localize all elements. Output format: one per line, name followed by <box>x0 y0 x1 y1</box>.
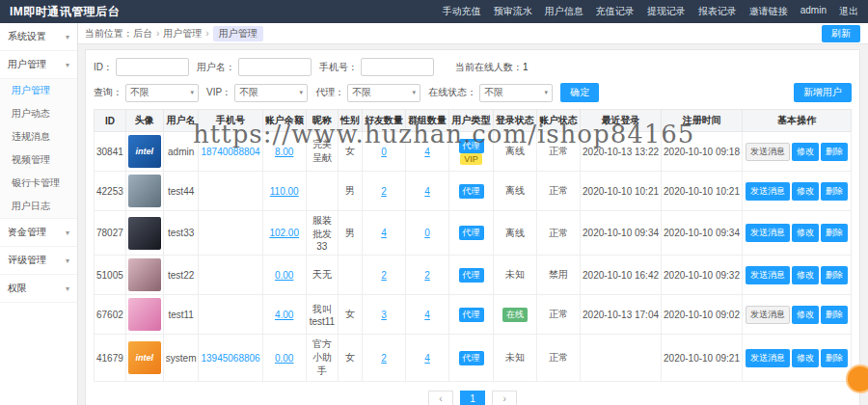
user-type-badge: 代理 <box>459 308 484 322</box>
sidebar-subitem[interactable]: 用户动态 <box>0 102 77 125</box>
table-cell: 4 <box>406 172 449 211</box>
floating-help-button[interactable] <box>846 364 868 393</box>
filter-input[interactable] <box>238 58 312 76</box>
groups-count-link[interactable]: 4 <box>424 310 430 320</box>
filter-select-value: 不限 <box>352 86 371 99</box>
send-message-button[interactable]: 发送消息 <box>746 182 790 201</box>
login-status-badge: 在线 <box>502 308 528 322</box>
table-cell: 在线 <box>494 295 537 335</box>
delete-button[interactable]: 删除 <box>821 224 848 242</box>
breadcrumb-item-current: 用户管理 <box>213 26 263 41</box>
chevron-down-icon: ▾ <box>66 229 69 237</box>
friends-count-link[interactable]: 0 <box>381 147 387 157</box>
filter-select[interactable]: 不限▾ <box>234 84 308 102</box>
table-cell: intel <box>125 335 163 382</box>
send-message-button[interactable]: 发送消息 <box>746 143 790 161</box>
balance-link[interactable]: 102.00 <box>269 228 299 238</box>
edit-button[interactable]: 修改 <box>792 306 819 324</box>
balance-link[interactable]: 4.00 <box>275 310 293 320</box>
navbar-item[interactable]: 邀请链接 <box>749 5 788 18</box>
prev-page-button[interactable]: ‹ <box>428 391 453 405</box>
balance-link[interactable]: 0.00 <box>275 270 293 281</box>
sidebar-group[interactable]: 用户管理▾ <box>0 51 77 79</box>
navbar-item[interactable]: admin <box>800 5 827 18</box>
navbar-item[interactable]: 预审流水 <box>494 5 532 18</box>
filter-input[interactable] <box>361 58 434 76</box>
sidebar-subitem[interactable]: 用户管理 <box>0 79 77 102</box>
table-cell: 2020-10-10 09:21 <box>662 335 743 382</box>
app-title: IM即时通讯管理后台 <box>10 4 120 20</box>
friends-count-link[interactable]: 2 <box>381 186 387 197</box>
online-count-label: 当前在线人数： <box>455 62 523 72</box>
table-cell <box>581 335 662 382</box>
send-message-button[interactable]: 发送消息 <box>746 266 790 284</box>
sidebar-group[interactable]: 系统设置▾ <box>0 23 77 51</box>
user-avatar: intel <box>128 341 161 374</box>
sidebar-subitem[interactable]: 违规消息 <box>0 125 77 148</box>
navbar-item[interactable]: 退出 <box>839 5 858 18</box>
filter-select[interactable]: 不限▾ <box>125 84 199 102</box>
edit-button[interactable]: 修改 <box>792 182 819 201</box>
sidebar-subitem[interactable]: 用户日志 <box>0 195 77 218</box>
navbar-item[interactable]: 用户信息 <box>545 5 583 18</box>
user-avatar: intel <box>128 135 161 168</box>
friends-count-link[interactable]: 2 <box>381 353 387 364</box>
table-cell: 110.00 <box>262 172 306 211</box>
filter-select[interactable]: 不限▾ <box>347 84 420 102</box>
sidebar-group[interactable]: 评级管理▾ <box>0 247 77 275</box>
edit-button[interactable]: 修改 <box>792 224 819 242</box>
edit-button[interactable]: 修改 <box>792 266 819 284</box>
send-message-button[interactable]: 发送消息 <box>746 224 790 242</box>
friends-count-link[interactable]: 3 <box>381 310 387 320</box>
sidebar-group[interactable]: 资金管理▾ <box>0 219 77 247</box>
balance-link[interactable]: 110.00 <box>270 186 299 197</box>
filter-select[interactable]: 不限▾ <box>479 84 553 102</box>
table-cell: 4 <box>406 295 449 335</box>
delete-button[interactable]: 删除 <box>821 306 848 324</box>
send-message-button[interactable]: 发送消息 <box>746 349 790 367</box>
page-1-button[interactable]: 1 <box>460 391 485 405</box>
column-header: 注册时间 <box>662 110 743 132</box>
table-row: 67602test114.00我叫test11女34代理在线正常2020-10-… <box>95 295 852 335</box>
delete-button[interactable]: 删除 <box>821 182 848 201</box>
friends-count-link[interactable]: 4 <box>381 228 387 238</box>
groups-count-link[interactable]: 4 <box>424 353 430 364</box>
groups-count-link[interactable]: 2 <box>424 270 430 281</box>
sidebar-group[interactable]: 权限▾ <box>0 275 77 303</box>
user-table: ID头像用户名手机号账户余额昵称性别好友数量群组数量用户类型登录状态账户状态最近… <box>94 109 852 382</box>
groups-count-link[interactable]: 4 <box>424 186 430 197</box>
user-type-badge: 代理 <box>459 139 484 153</box>
filter-select-value: 不限 <box>484 86 503 99</box>
filter-field: 手机号： <box>319 58 434 76</box>
navbar-item[interactable]: 手动充值 <box>443 5 481 18</box>
table-row: 78027test33102.00服装批发33男40代理离线正常2020-10-… <box>95 211 852 256</box>
edit-button[interactable]: 修改 <box>792 143 819 161</box>
phone-link[interactable]: 18740088804 <box>201 147 259 157</box>
delete-button[interactable]: 删除 <box>821 266 848 284</box>
refresh-button[interactable]: 刷新 <box>822 25 860 42</box>
search-submit-button[interactable]: 确定 <box>560 83 599 102</box>
groups-count-link[interactable]: 4 <box>424 147 430 157</box>
navbar-item[interactable]: 充值记录 <box>596 5 635 18</box>
send-message-button[interactable]: 发送消息 <box>746 306 790 324</box>
sidebar-subitem[interactable]: 视频管理 <box>0 148 77 172</box>
table-cell: 天无 <box>306 256 338 295</box>
friends-count-link[interactable]: 2 <box>381 270 387 281</box>
groups-count-link[interactable]: 0 <box>424 228 430 238</box>
delete-button[interactable]: 删除 <box>821 143 848 161</box>
delete-button[interactable]: 删除 <box>821 349 848 367</box>
table-cell: 正常 <box>537 211 581 256</box>
navbar-item[interactable]: 提现记录 <box>647 5 686 18</box>
navbar-item[interactable]: 报表记录 <box>698 5 737 18</box>
table-cell <box>306 172 338 211</box>
next-page-button[interactable]: › <box>492 391 517 405</box>
balance-link[interactable]: 8.00 <box>275 147 293 157</box>
balance-link[interactable]: 0.00 <box>275 353 293 364</box>
table-cell: 0 <box>363 132 406 172</box>
add-user-button[interactable]: 新增用户 <box>794 83 852 102</box>
filter-input[interactable] <box>116 58 189 76</box>
sidebar-subitem[interactable]: 银行卡管理 <box>0 172 77 195</box>
edit-button[interactable]: 修改 <box>792 349 819 367</box>
phone-link[interactable]: 13945068806 <box>201 353 259 364</box>
table-cell: 代理 <box>449 256 494 295</box>
